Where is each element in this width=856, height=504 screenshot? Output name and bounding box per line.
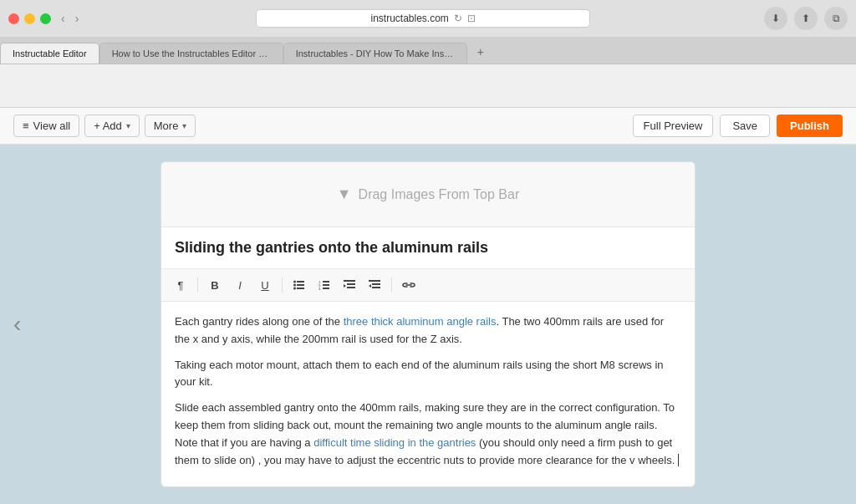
tab-instructables-diy[interactable]: Instructables - DIY How To Make Instruct… [283,43,467,64]
url-text: instructables.com [370,13,448,24]
svg-marker-19 [369,284,371,288]
tab-how-to-use[interactable]: How to Use the Instructables Editor - Al… [99,43,283,64]
maximize-button[interactable] [40,13,51,24]
svg-marker-15 [344,284,346,288]
fmt-separator-2 [282,277,283,293]
svg-point-0 [293,281,296,283]
decrease-indent-icon [344,280,355,290]
toolbar-left: ≡ View all + Add ▾ More ▾ [13,115,626,137]
list-icon: ≡ [23,120,29,132]
svg-point-4 [293,288,296,290]
ordered-list-icon: 1. 2. 3. [318,280,330,290]
main-content: ‹ ▼ Drag Images From Top Bar ¶ B I U [0,145,856,504]
image-drop-bar [0,64,856,108]
reload-icon[interactable]: ↻ [454,13,462,24]
full-preview-button[interactable]: Full Preview [633,115,714,137]
back-arrow-button[interactable]: ‹ [13,311,21,338]
add-label: + Add [94,120,122,132]
add-chevron-icon: ▾ [126,121,130,130]
save-label: Save [732,120,757,132]
svg-rect-9 [323,284,329,286]
increase-indent-button[interactable] [364,274,385,296]
decrease-indent-button[interactable] [339,274,360,296]
italic-button[interactable]: I [229,274,251,296]
editor-container: ▼ Drag Images From Top Bar ¶ B I U [160,161,696,487]
svg-rect-13 [347,283,355,285]
ordered-list-button[interactable]: 1. 2. 3. [313,274,335,296]
tab-bar: Instructable Editor How to Use the Instr… [0,37,856,64]
more-button[interactable]: More ▾ [145,115,196,137]
paragraph-2: Taking each motor mount, attach them to … [175,357,681,392]
increase-indent-icon [369,280,380,290]
link-text-2: difficult time sliding in the gantries [313,436,476,449]
unordered-list-icon [293,280,305,290]
link-button[interactable] [398,274,420,296]
window-controls [8,13,51,24]
paragraph-3: Slide each assembled gantry onto the 400… [175,400,681,469]
address-bar-wrapper: instructables.com ↻ ⊡ [89,9,757,28]
full-preview-label: Full Preview [644,120,703,132]
download-button[interactable]: ⬇ [764,7,787,30]
svg-rect-5 [297,288,304,289]
svg-rect-16 [369,280,380,282]
svg-rect-3 [297,284,304,286]
unordered-list-button[interactable] [288,274,310,296]
svg-rect-11 [323,288,329,289]
tab-instructable-editor[interactable]: Instructable Editor [0,43,99,64]
link-text-1: three thick aluminum angle rails [344,315,497,328]
underline-button[interactable]: U [254,274,276,296]
browser-actions: ⬇ ⬆ ⧉ [764,7,848,30]
expand-icon: ⊡ [467,13,476,24]
view-all-button[interactable]: ≡ View all [13,115,79,137]
format-toolbar: ¶ B I U 1. 2. [161,269,695,302]
tabs-button[interactable]: ⧉ [824,7,848,30]
drag-down-icon: ▼ [337,186,352,203]
tab-add-button[interactable]: + [469,40,492,64]
publish-button[interactable]: Publish [777,115,843,137]
title-input[interactable] [175,239,681,257]
editor-toolbar: ≡ View all + Add ▾ More ▾ Full Preview S… [0,108,856,145]
more-label: More [154,120,179,132]
minimize-button[interactable] [24,13,35,24]
link-icon [402,280,415,290]
svg-point-2 [293,284,296,287]
view-all-label: View all [33,120,71,132]
svg-rect-1 [297,281,304,283]
back-button[interactable]: ‹ [58,10,69,27]
toolbar-right: Full Preview Save Publish [633,115,843,137]
drag-placeholder-text: Drag Images From Top Bar [359,187,520,202]
forward-button[interactable]: › [72,10,83,27]
title-bar: ‹ › instructables.com ↻ ⊡ ⬇ ⬆ ⧉ [0,0,856,37]
address-bar[interactable]: instructables.com ↻ ⊡ [256,9,590,28]
add-button[interactable]: + Add ▾ [84,115,140,137]
publish-label: Publish [790,120,829,132]
svg-rect-7 [323,281,329,283]
drag-images-area[interactable]: ▼ Drag Images From Top Bar [161,162,695,227]
paragraph-button[interactable]: ¶ [170,274,191,296]
text-cursor [675,454,679,466]
save-button[interactable]: Save [720,115,770,137]
browser-chrome: ‹ › instructables.com ↻ ⊡ ⬇ ⬆ ⧉ Instruct… [0,0,856,64]
svg-rect-17 [372,283,380,285]
close-button[interactable] [8,13,19,24]
svg-rect-12 [344,280,355,282]
svg-rect-14 [347,287,355,288]
title-field [161,227,695,269]
editor-body[interactable]: Each gantry rides along one of the three… [161,302,695,487]
svg-rect-18 [372,287,380,288]
share-button[interactable]: ⬆ [794,7,818,30]
more-chevron-icon: ▾ [182,121,186,130]
svg-text:3.: 3. [318,287,321,290]
fmt-separator-3 [391,277,392,293]
fmt-separator-1 [197,277,198,293]
nav-buttons: ‹ › [58,10,82,27]
paragraph-1: Each gantry rides along one of the three… [175,313,681,349]
bold-button[interactable]: B [204,274,226,296]
